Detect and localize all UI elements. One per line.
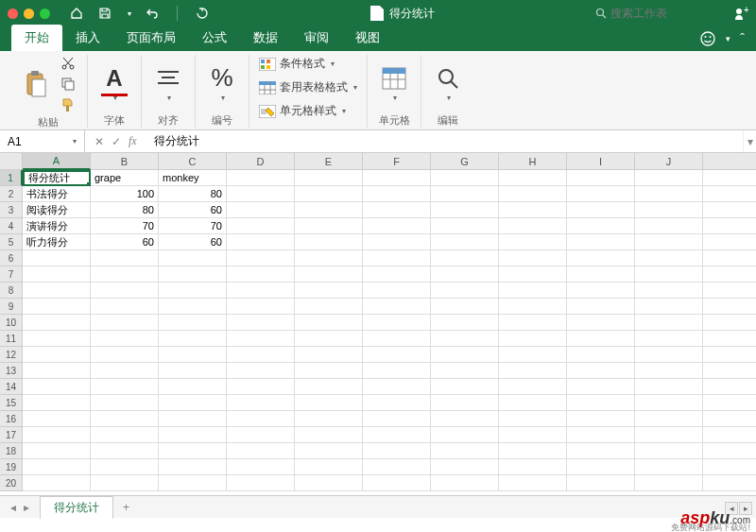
row-header[interactable]: 16 [0, 411, 23, 427]
cell[interactable] [499, 347, 567, 363]
cell[interactable] [159, 459, 227, 475]
cell[interactable] [159, 443, 227, 459]
cell[interactable] [567, 363, 635, 379]
cell[interactable] [431, 299, 499, 315]
cell[interactable] [635, 218, 703, 234]
cell[interactable] [635, 427, 703, 443]
cell[interactable] [703, 170, 756, 186]
cell[interactable] [23, 475, 91, 491]
cell[interactable] [23, 250, 91, 266]
cell[interactable] [431, 315, 499, 331]
cell[interactable] [431, 218, 499, 234]
cell[interactable]: 60 [159, 234, 227, 250]
cell[interactable] [295, 459, 363, 475]
cell[interactable] [431, 234, 499, 250]
cell[interactable] [567, 459, 635, 475]
cell[interactable] [159, 395, 227, 411]
row-header[interactable]: 2 [0, 186, 23, 202]
tab-formulas[interactable]: 公式 [189, 25, 240, 51]
cell[interactable] [23, 379, 91, 395]
copy-icon[interactable] [59, 76, 77, 93]
cell[interactable] [227, 411, 295, 427]
cell[interactable] [363, 250, 431, 266]
cell[interactable] [227, 186, 295, 202]
cell[interactable] [635, 443, 703, 459]
cell[interactable] [23, 443, 91, 459]
cell[interactable]: 60 [159, 202, 227, 218]
cell[interactable] [227, 234, 295, 250]
cell[interactable] [91, 363, 159, 379]
cell[interactable] [91, 395, 159, 411]
cell[interactable] [703, 347, 756, 363]
cell[interactable] [295, 170, 363, 186]
column-header[interactable]: B [91, 153, 159, 170]
row-header[interactable]: 13 [0, 363, 23, 379]
cell[interactable] [703, 475, 756, 491]
cell[interactable] [431, 459, 499, 475]
column-header[interactable]: I [567, 153, 635, 170]
table-format-button[interactable]: 套用表格格式▾ [259, 78, 357, 96]
cell[interactable] [431, 202, 499, 218]
cell[interactable] [635, 363, 703, 379]
row-header[interactable]: 6 [0, 250, 23, 266]
tab-home[interactable]: 开始 [11, 25, 62, 51]
cell[interactable] [499, 331, 567, 347]
cell[interactable] [295, 347, 363, 363]
cell[interactable]: 书法得分 [23, 186, 91, 202]
row-header[interactable]: 4 [0, 218, 23, 234]
fx-icon[interactable]: fx [129, 134, 137, 148]
cell[interactable] [295, 186, 363, 202]
cell[interactable]: monkey [159, 170, 227, 186]
maximize-window-button[interactable] [40, 9, 50, 19]
cell[interactable] [227, 250, 295, 266]
row-header[interactable]: 19 [0, 459, 23, 475]
row-header[interactable]: 11 [0, 331, 23, 347]
cell[interactable] [363, 186, 431, 202]
cell[interactable] [91, 411, 159, 427]
cell[interactable] [567, 266, 635, 283]
smiley-dropdown-icon[interactable]: ▾ [726, 34, 730, 43]
cell[interactable] [91, 379, 159, 395]
cell[interactable] [499, 363, 567, 379]
cell[interactable] [567, 379, 635, 395]
cell[interactable] [363, 283, 431, 299]
redo-icon[interactable] [195, 6, 210, 21]
cell[interactable] [703, 202, 756, 218]
cell[interactable] [23, 347, 91, 363]
column-header[interactable]: F [363, 153, 431, 170]
cell[interactable] [295, 443, 363, 459]
cell[interactable] [159, 379, 227, 395]
spreadsheet-grid[interactable]: ABCDEFGHIJ 12345678910111213141516171819… [0, 153, 756, 495]
add-sheet-button[interactable]: + [113, 501, 139, 514]
save-dropdown-icon[interactable]: ▾ [128, 9, 131, 18]
cell[interactable] [227, 347, 295, 363]
cell[interactable] [703, 395, 756, 411]
cells-button[interactable]: ▾ [377, 63, 411, 104]
cell[interactable] [159, 427, 227, 443]
cell[interactable] [431, 186, 499, 202]
cell[interactable] [363, 234, 431, 250]
undo-icon[interactable] [145, 6, 160, 21]
number-button[interactable]: % ▾ [205, 63, 239, 104]
save-icon[interactable] [97, 6, 112, 21]
cell[interactable] [159, 347, 227, 363]
row-header[interactable]: 12 [0, 347, 23, 363]
formula-expand-icon[interactable]: ▾ [743, 130, 756, 152]
cell[interactable] [499, 299, 567, 315]
row-header[interactable]: 17 [0, 427, 23, 443]
cell[interactable] [91, 266, 159, 283]
minimize-window-button[interactable] [24, 9, 34, 19]
sheet-nav-last-icon[interactable]: ▸ [21, 501, 32, 514]
cell[interactable] [431, 170, 499, 186]
cell[interactable] [295, 395, 363, 411]
cell[interactable] [227, 379, 295, 395]
cell[interactable] [635, 411, 703, 427]
cell[interactable] [23, 299, 91, 315]
cell[interactable] [363, 395, 431, 411]
conditional-format-button[interactable]: 条件格式▾ [259, 55, 335, 73]
cell[interactable] [91, 283, 159, 299]
cell[interactable] [295, 283, 363, 299]
cell[interactable] [499, 475, 567, 491]
cell[interactable] [363, 475, 431, 491]
cell[interactable] [499, 186, 567, 202]
